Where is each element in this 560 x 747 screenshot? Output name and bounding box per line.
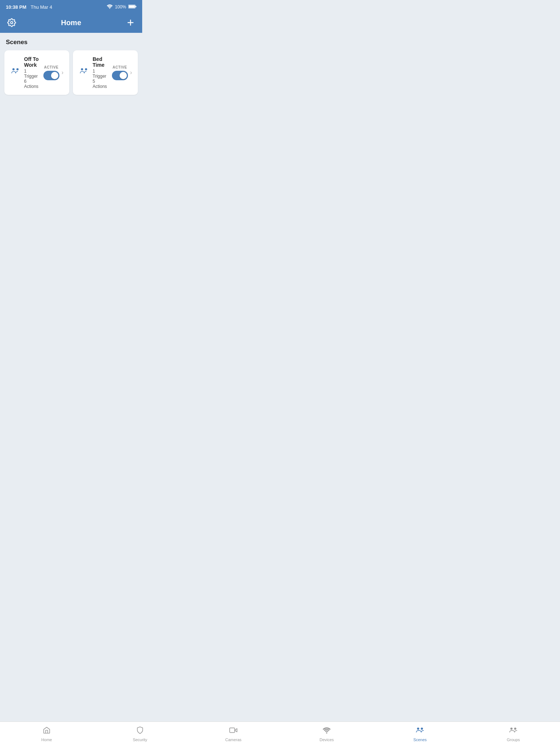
scene-chevron-bed-time: ›	[130, 69, 132, 76]
scene-status-bed-time: ACTIVE	[113, 65, 127, 69]
settings-button[interactable]	[6, 17, 18, 28]
scene-card-bed-time[interactable]: Bed Time 1 Trigger 5 Actions ACTIVE ›	[73, 50, 138, 95]
scene-toggle-off-to-work[interactable]	[43, 71, 59, 80]
status-bar: 10:38 PM Thu Mar 4 100%	[0, 0, 142, 13]
svg-point-10	[85, 68, 87, 70]
scene-actions-off-to-work: 6 Actions	[24, 79, 40, 89]
svg-point-0	[109, 8, 110, 9]
svg-rect-3	[135, 6, 136, 7]
main-content: Scenes Off To Work 1 Trigger 6 Actio	[0, 33, 142, 204]
scene-info-off-to-work: Off To Work 1 Trigger 6 Actions	[24, 56, 40, 89]
battery-icon	[128, 4, 136, 10]
scene-trigger-off-to-work: 1 Trigger	[24, 69, 40, 79]
scene-icon-bed-time	[79, 67, 89, 78]
scene-controls-off-to-work: ACTIVE ›	[43, 65, 63, 80]
svg-point-7	[12, 68, 15, 70]
status-time: 10:38 PM	[6, 4, 26, 10]
app-header: Home	[0, 13, 142, 33]
scene-actions-bed-time: 5 Actions	[93, 79, 108, 89]
plus-icon	[126, 18, 135, 27]
scene-toggle-bed-time[interactable]	[112, 71, 128, 80]
page-title: Home	[18, 19, 125, 27]
scene-status-off-to-work: ACTIVE	[44, 65, 59, 69]
scene-card-off-to-work[interactable]: Off To Work 1 Trigger 6 Actions ACTIVE ›	[4, 50, 69, 95]
battery-percentage: 100%	[115, 4, 126, 9]
svg-point-4	[11, 22, 13, 24]
wifi-icon	[107, 4, 113, 10]
scenes-grid: Off To Work 1 Trigger 6 Actions ACTIVE ›	[4, 50, 138, 95]
scene-chevron-off-to-work: ›	[62, 69, 63, 76]
svg-point-8	[16, 68, 19, 70]
scene-name-off-to-work: Off To Work	[24, 56, 40, 68]
scene-name-bed-time: Bed Time	[93, 56, 108, 68]
scene-controls-bed-time: ACTIVE ›	[112, 65, 132, 80]
add-button[interactable]	[125, 17, 136, 28]
scene-info-bed-time: Bed Time 1 Trigger 5 Actions	[93, 56, 108, 89]
scene-icon-off-to-work	[10, 67, 20, 78]
status-indicators: 100%	[107, 4, 136, 10]
scene-trigger-bed-time: 1 Trigger	[93, 69, 108, 79]
svg-rect-2	[129, 5, 135, 8]
status-date: Thu Mar 4	[31, 4, 52, 10]
scenes-section-title: Scenes	[4, 39, 138, 46]
status-time-date: 10:38 PM Thu Mar 4	[6, 4, 52, 10]
svg-point-9	[81, 68, 83, 70]
gear-icon	[7, 18, 16, 27]
